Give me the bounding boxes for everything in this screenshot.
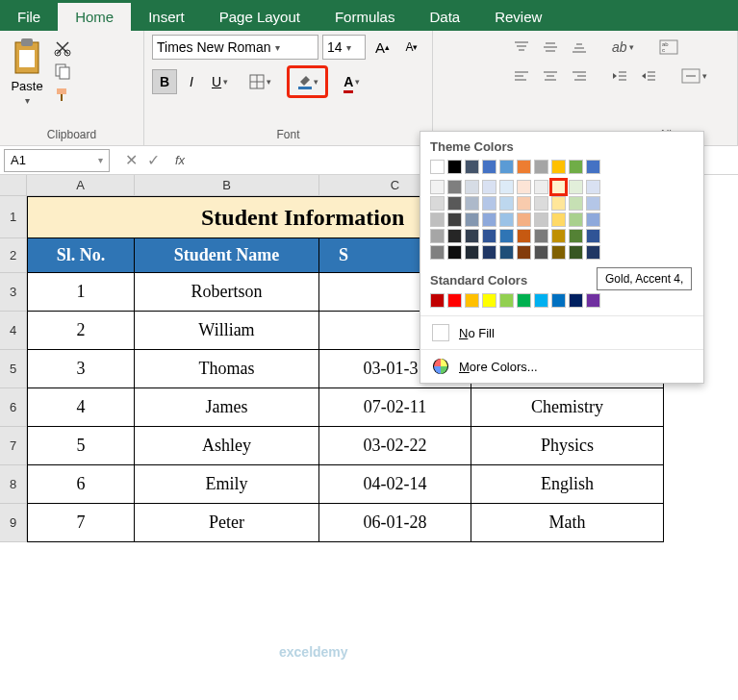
merge-center-button[interactable]: ▾ <box>675 63 713 88</box>
color-swatch[interactable] <box>517 196 531 211</box>
copy-button[interactable] <box>52 62 73 81</box>
data-cell[interactable]: 07-02-11 <box>319 388 471 427</box>
color-swatch[interactable] <box>447 196 462 211</box>
color-swatch[interactable] <box>534 160 548 174</box>
paste-button[interactable]: Paste ▾ <box>8 35 46 108</box>
color-swatch[interactable] <box>569 245 583 260</box>
color-swatch[interactable] <box>517 212 531 227</box>
tab-home[interactable]: Home <box>58 3 131 31</box>
increase-indent-button[interactable] <box>635 63 662 88</box>
data-cell[interactable]: Math <box>471 504 664 542</box>
decrease-indent-button[interactable] <box>606 63 633 88</box>
tab-insert[interactable]: Insert <box>131 3 202 31</box>
fill-color-button[interactable]: ▾ <box>291 69 324 94</box>
color-swatch[interactable] <box>586 245 600 260</box>
borders-button[interactable]: ▾ <box>243 69 277 94</box>
increase-font-button[interactable]: A▴ <box>369 35 395 60</box>
color-swatch[interactable] <box>517 229 531 243</box>
color-swatch[interactable] <box>430 229 445 243</box>
data-cell[interactable]: Chemistry <box>471 388 664 427</box>
row-header[interactable]: 6 <box>0 388 27 427</box>
color-swatch[interactable] <box>569 180 583 194</box>
data-cell[interactable]: William <box>135 312 319 350</box>
color-swatch[interactable] <box>447 160 462 174</box>
color-swatch[interactable] <box>499 196 514 211</box>
color-swatch[interactable] <box>586 160 600 174</box>
col-header-a[interactable]: A <box>27 175 135 196</box>
color-swatch[interactable] <box>482 229 496 243</box>
color-swatch[interactable] <box>465 160 479 174</box>
data-cell[interactable]: Peter <box>135 504 319 542</box>
color-swatch[interactable] <box>517 245 531 260</box>
color-swatch[interactable] <box>586 196 600 211</box>
color-swatch[interactable] <box>517 160 531 174</box>
color-swatch[interactable] <box>586 293 600 308</box>
color-swatch[interactable] <box>551 293 566 308</box>
format-painter-button[interactable] <box>52 85 73 104</box>
color-swatch[interactable] <box>551 245 566 260</box>
underline-button[interactable]: U▾ <box>206 69 234 94</box>
color-swatch[interactable] <box>447 180 462 194</box>
color-swatch[interactable] <box>586 180 600 194</box>
align-right-button[interactable] <box>566 63 593 88</box>
header-cell[interactable]: Sl. No. <box>27 238 135 273</box>
color-swatch[interactable] <box>569 196 583 211</box>
tab-review[interactable]: Review <box>477 3 559 31</box>
data-cell[interactable]: Emily <box>135 465 319 504</box>
align-bottom-button[interactable] <box>566 35 593 60</box>
cancel-formula-icon[interactable]: ✕ <box>125 151 138 169</box>
color-swatch[interactable] <box>499 293 514 308</box>
color-swatch[interactable] <box>482 212 496 227</box>
color-swatch[interactable] <box>465 229 479 243</box>
fx-icon[interactable]: fx <box>169 153 191 167</box>
color-swatch[interactable] <box>430 180 445 194</box>
data-cell[interactable]: 04-02-14 <box>319 465 471 504</box>
color-swatch[interactable] <box>551 160 566 174</box>
data-cell[interactable]: 2 <box>27 312 135 350</box>
color-swatch[interactable] <box>534 245 548 260</box>
row-header[interactable]: 3 <box>0 273 27 312</box>
color-swatch[interactable] <box>551 229 566 243</box>
font-size-combo[interactable]: 14▾ <box>322 35 366 60</box>
color-swatch[interactable] <box>430 245 445 260</box>
color-swatch[interactable] <box>534 180 548 194</box>
color-swatch[interactable] <box>551 212 566 227</box>
tab-page-layout[interactable]: Page Layout <box>202 3 318 31</box>
enter-formula-icon[interactable]: ✓ <box>147 151 160 169</box>
align-left-button[interactable] <box>508 63 535 88</box>
no-fill-button[interactable]: No Fill <box>420 315 703 349</box>
color-swatch[interactable] <box>534 293 548 308</box>
color-swatch[interactable] <box>534 229 548 243</box>
color-swatch[interactable] <box>569 293 583 308</box>
color-swatch[interactable] <box>499 245 514 260</box>
row-header[interactable]: 1 <box>0 196 27 238</box>
color-swatch[interactable] <box>499 229 514 243</box>
bold-button[interactable]: B <box>152 69 177 94</box>
data-cell[interactable]: 7 <box>27 504 135 542</box>
color-swatch[interactable] <box>534 212 548 227</box>
color-swatch[interactable] <box>430 196 445 211</box>
color-swatch[interactable] <box>430 212 445 227</box>
row-header[interactable]: 4 <box>0 312 27 350</box>
color-swatch[interactable] <box>482 160 496 174</box>
color-swatch[interactable] <box>430 293 445 308</box>
color-swatch[interactable] <box>569 229 583 243</box>
align-middle-button[interactable] <box>537 35 564 60</box>
data-cell[interactable]: 6 <box>27 465 135 504</box>
color-swatch[interactable] <box>499 212 514 227</box>
font-color-button[interactable]: A▾ <box>338 69 366 94</box>
data-cell[interactable]: English <box>471 465 664 504</box>
data-cell[interactable]: 1 <box>27 273 135 312</box>
color-swatch[interactable] <box>499 160 514 174</box>
color-swatch[interactable] <box>447 293 462 308</box>
color-swatch[interactable] <box>465 293 479 308</box>
color-swatch[interactable] <box>447 245 462 260</box>
col-header-b[interactable]: B <box>135 175 319 196</box>
data-cell[interactable]: James <box>135 388 319 427</box>
data-cell[interactable]: Thomas <box>135 350 319 388</box>
color-swatch[interactable] <box>447 212 462 227</box>
color-swatch[interactable] <box>551 180 566 194</box>
color-swatch[interactable] <box>586 212 600 227</box>
color-swatch[interactable] <box>569 212 583 227</box>
italic-button[interactable]: I <box>179 69 204 94</box>
